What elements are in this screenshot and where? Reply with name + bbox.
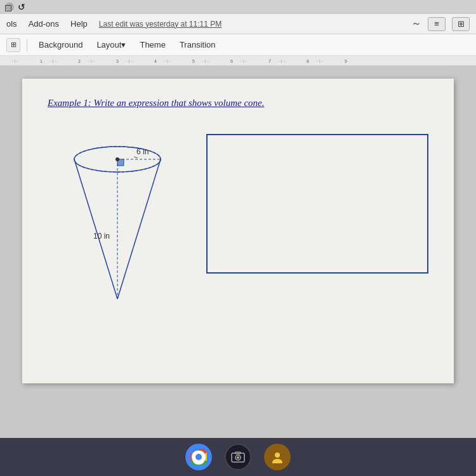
menu-item-ols[interactable]: ols [6,19,17,29]
svg-text:···|···: ···|··· [278,59,286,63]
svg-text:···|···: ···|··· [126,59,133,63]
taskbar-chrome-icon[interactable] [185,444,212,470]
svg-text:3: 3 [116,59,119,63]
svg-text:···|···: ···|··· [50,59,57,63]
svg-text:5: 5 [192,59,195,63]
toolbar-separator [27,39,27,51]
cone-diagram: 6 in 10 in [54,121,181,312]
svg-line-21 [74,159,117,299]
taskbar [0,438,476,476]
tab-theme[interactable]: Theme [135,37,170,52]
slide-content: 6 in 10 in [48,121,428,312]
right-icons-group: ～ ≡ ⊞ [411,17,470,31]
menu-bar: ols Add-ons Help Last edit was yesterday… [0,14,476,34]
svg-line-29 [134,157,138,158]
toolbar: ⊞ Background Layout▾ Theme Transition [0,34,476,56]
svg-line-22 [117,159,161,299]
svg-text:9: 9 [345,59,347,63]
top-bar-square-icon: □ [5,3,14,11]
top-bar-refresh-icon[interactable]: ↺ [18,2,25,12]
slide-area: Example 1: Write an expression that show… [0,66,476,438]
svg-text:4: 4 [154,59,157,63]
svg-text:···|···: ···|··· [316,59,324,63]
svg-point-37 [275,453,280,458]
svg-text:7: 7 [268,59,271,63]
menu-item-addons[interactable]: Add-ons [29,19,59,29]
svg-text:1: 1 [40,59,43,63]
svg-text:···|···: ···|··· [11,59,19,63]
tab-background[interactable]: Background [34,37,88,52]
svg-text:6 in: 6 in [136,147,149,156]
svg-text:2: 2 [78,59,81,63]
monitor-icon-btn[interactable]: ≡ [428,17,446,31]
plus-icon-btn[interactable]: ⊞ [452,17,470,31]
slide-title: Example 1: Write an expression that show… [48,98,428,109]
last-edit-text: Last edit was yesterday at 11:11 PM [99,20,221,29]
svg-point-26 [116,157,119,161]
slides-icon[interactable]: ⊞ [6,38,20,52]
ruler-marks: 1 2 3 4 5 6 7 8 9 ···|··· ···|··· ···|··… [0,56,476,65]
svg-text:6: 6 [230,59,233,63]
squiggle-icon: ～ [411,17,421,30]
ruler: 1 2 3 4 5 6 7 8 9 ···|··· ···|··· ···|··… [0,56,476,66]
tab-layout[interactable]: Layout▾ [91,37,131,52]
taskbar-person-icon[interactable] [264,444,291,470]
menu-item-help[interactable]: Help [70,19,88,29]
svg-text:8: 8 [307,59,309,63]
svg-point-35 [237,456,239,459]
tab-transition[interactable]: Transition [175,37,221,52]
slide[interactable]: Example 1: Write an expression that show… [22,79,454,383]
answer-box[interactable] [206,134,428,274]
svg-text:···|···: ···|··· [240,59,248,63]
svg-point-32 [196,454,201,459]
svg-text:10 in: 10 in [93,232,110,241]
top-bar: □ ↺ [0,0,476,14]
svg-text:···|···: ···|··· [88,59,95,63]
svg-text:···|···: ···|··· [164,59,171,63]
svg-text:···|···: ···|··· [202,59,209,63]
cone-area: 6 in 10 in [48,121,187,312]
taskbar-camera-icon[interactable] [225,444,251,470]
